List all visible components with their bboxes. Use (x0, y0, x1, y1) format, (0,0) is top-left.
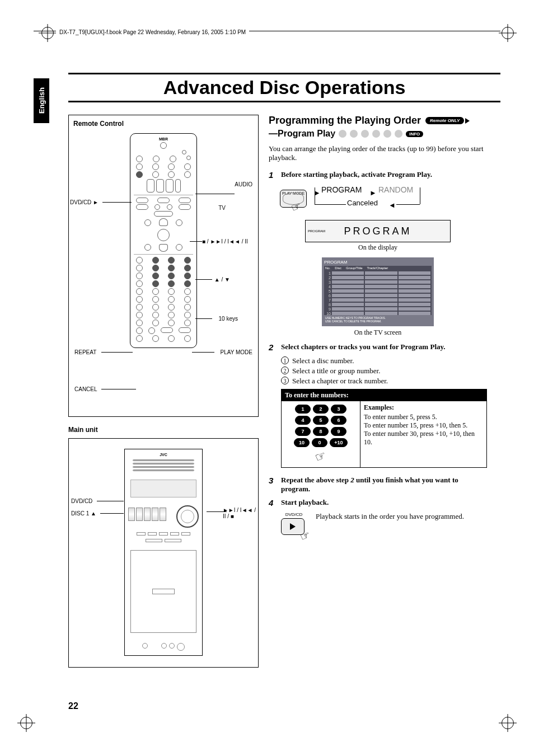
on-tv-caption: On the TV screen (269, 328, 487, 337)
flow-canceled: Canceled (347, 199, 378, 207)
remote-control-panel: Remote Control MBR (68, 115, 259, 417)
step-2-text: Select chapters or tracks you want for P… (281, 342, 446, 352)
flow-program: PROGRAM (321, 185, 362, 194)
remote-label-tv: TV (218, 205, 226, 211)
page-title-bar: Advanced Disc Operations (68, 73, 500, 102)
play-icon (290, 523, 296, 530)
remote-label-audio: AUDIO (235, 181, 252, 187)
mainunit-label-disc1: DISC 1 ▲ (71, 510, 96, 516)
tv-screen: PROGRAM No. Disc Group/Title Track/Chapt… (322, 257, 434, 326)
header-metadata: DX-T7_T9[UGUX]-f.book Page 22 Wednesday,… (56, 29, 249, 35)
page-title: Advanced Disc Operations (68, 77, 500, 98)
remote-illustration: MBR (130, 133, 197, 348)
remote-only-badge: Remote ONLY (425, 117, 464, 124)
info-badge: INFO (406, 131, 423, 137)
remote-label-repeat: REPEAT (74, 349, 96, 355)
remote-panel-title: Remote Control (73, 120, 254, 128)
step-3-text: Repeat the above step 2 until you finish… (281, 476, 487, 494)
enter-numbers-box: To enter the numbers: 123 456 789 100+10… (281, 389, 487, 468)
step-2-number: 2 (269, 342, 277, 352)
playmode-diagram: PLAY MODE ☞ ► PROGRAM ► RANDOM Canceled … (280, 185, 487, 214)
remote-label-playmode: PLAY MODE (221, 349, 252, 355)
lcd-text: PROGRAM (344, 226, 411, 237)
flow-random: RANDOM (378, 185, 413, 194)
remote-label-dvdcd: DVD/CD ► (70, 199, 99, 205)
mainunit-panel: JVC DVD/CD DISC 1 ▲ ►►I / I◄◄ /II / ■ (68, 438, 259, 668)
step-1-number: 1 (269, 170, 277, 180)
step-3-number: 3 (269, 476, 277, 494)
remote-label-cancel: CANCEL (74, 386, 97, 392)
mainunit-logo: JVC (160, 453, 167, 457)
remote-label-updown: ▲ / ▼ (214, 276, 230, 283)
section-subtitle: —Program Play INFO (269, 129, 487, 139)
play-button-diagram: DVD/CD ☞ Playback starts in the order yo… (281, 512, 487, 538)
pointer-icon: ☞ (298, 528, 312, 544)
on-display-caption: On the display (269, 243, 487, 252)
mainunit-illustration: JVC (124, 449, 203, 656)
play-text: Playback starts in the order you have pr… (316, 512, 487, 521)
lcd-display: PROGRAM PROGRAM (305, 220, 451, 242)
remote-label-tenkeys: 10 keys (219, 316, 238, 322)
remote-top-label: MBR (134, 137, 193, 141)
page-number: 22 (68, 701, 78, 711)
mainunit-label-transport: ►►I / I◄◄ /II / ■ (223, 507, 256, 519)
mainunit-label-dvdcd: DVD/CD (71, 498, 92, 504)
step-1-text: Before starting playback, activate Progr… (281, 170, 432, 180)
examples: Examples: To enter number 5, press 5. To… (360, 401, 486, 467)
step-4-text: Start playback. (281, 498, 329, 508)
intro-text: You can arrange the playing order of the… (269, 144, 487, 162)
keypad-illustration: 123 456 789 100+10 ☞ (282, 401, 360, 467)
step-4-number: 4 (269, 498, 277, 508)
remote-label-transport: ■ / ►►I / I◄◄ / II (202, 238, 258, 245)
mainunit-panel-title: Main unit (68, 426, 259, 434)
section-title: Programming the Playing Order Remote ONL… (269, 115, 487, 126)
step-2-substeps: 1Select a disc number. 2Select a title o… (281, 356, 487, 386)
language-tab: English (34, 78, 49, 123)
